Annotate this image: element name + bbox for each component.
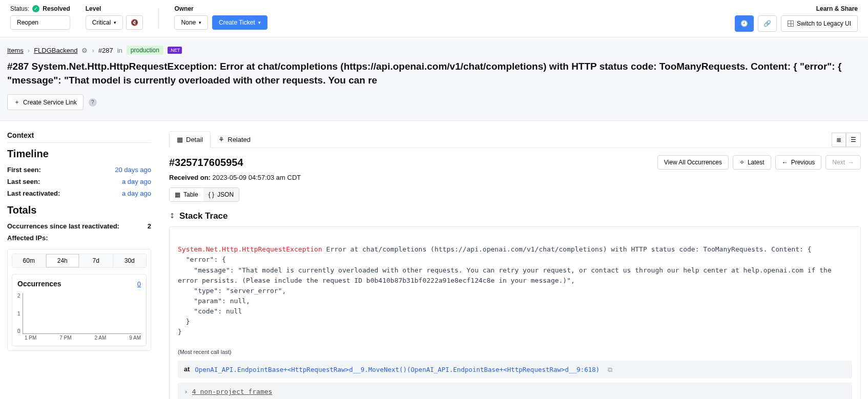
last-seen-value[interactable]: a day ago bbox=[122, 178, 151, 185]
hidden-frames-row[interactable]: › 4 non-project frames bbox=[178, 383, 852, 399]
latest-label: Latest bbox=[748, 159, 764, 166]
create-service-link-button[interactable]: ＋ Create Service Link bbox=[7, 94, 84, 110]
tabs-underline bbox=[169, 148, 861, 148]
detail-icon: ▦ bbox=[177, 136, 183, 143]
y-tick: 0 bbox=[17, 328, 20, 334]
context-header: Context bbox=[7, 131, 151, 143]
level-section: Level Critical ▾ 🔇 bbox=[86, 5, 143, 30]
chart-count-link[interactable]: 0 bbox=[137, 280, 141, 288]
y-axis: 2 1 0 bbox=[17, 293, 23, 334]
range-7d[interactable]: 7d bbox=[79, 254, 113, 267]
affected-ips-label: Affected IPs: bbox=[7, 234, 48, 242]
x-axis: 1 PM 7 PM 2 AM 9 AM bbox=[17, 334, 141, 341]
stack-frame: at OpenAI_API.EndpointBase+<HttpRequestR… bbox=[178, 361, 852, 379]
copy-link-button[interactable]: 🔗 bbox=[758, 15, 777, 32]
clock-button[interactable]: 🕘 bbox=[735, 15, 754, 32]
frame-location[interactable]: OpenAI_API.EndpointBase+<HttpRequestRaw>… bbox=[195, 365, 600, 374]
arrow-left-icon: ← bbox=[782, 159, 788, 166]
owner-label: Owner bbox=[174, 5, 267, 12]
stack-trace-title: Stack Trace bbox=[179, 211, 228, 221]
exception-message: Error at chat/completions (https://api.o… bbox=[178, 245, 836, 335]
view-list-button[interactable]: ≣ bbox=[832, 133, 846, 147]
create-ticket-button[interactable]: Create Ticket ▾ bbox=[212, 15, 267, 30]
owner-dropdown[interactable]: None ▾ bbox=[174, 15, 208, 30]
net-badge: .NET bbox=[168, 47, 182, 54]
occ-react-value: 2 bbox=[148, 222, 151, 230]
last-react-label: Last reactivated: bbox=[7, 190, 60, 197]
totals-header: Totals bbox=[7, 204, 151, 216]
x-tick: 1 PM bbox=[25, 335, 36, 341]
next-button[interactable]: Next → bbox=[825, 155, 861, 170]
format-table-label: Table bbox=[183, 191, 198, 198]
service-link-label: Create Service Link bbox=[23, 99, 77, 106]
tab-related-label: Related bbox=[228, 136, 251, 143]
occurrences-card: 60m 24h 7d 30d Occurrences 0 2 1 0 bbox=[7, 249, 151, 351]
compact-icon: ☰ bbox=[851, 136, 856, 143]
switch-legacy-label: Switch to Legacy UI bbox=[797, 20, 851, 27]
status-section: Status: ✓ Resolved Reopen bbox=[10, 5, 70, 30]
help-icon[interactable]: ? bbox=[89, 98, 97, 107]
range-segmented: 60m 24h 7d 30d bbox=[12, 254, 147, 268]
gear-icon[interactable]: ⚙ bbox=[81, 47, 88, 54]
hidden-frames-link[interactable]: 4 non-project frames bbox=[192, 387, 273, 397]
chart-title: Occurrences bbox=[17, 280, 61, 288]
x-tick: 2 AM bbox=[95, 335, 107, 341]
latest-button[interactable]: ✧ Latest bbox=[733, 155, 771, 170]
learn-share-label: Learn & Share bbox=[816, 5, 858, 12]
format-table-button[interactable]: ▦ Table bbox=[170, 188, 203, 201]
next-label: Next bbox=[832, 159, 845, 166]
first-seen-value[interactable]: 20 days ago bbox=[115, 166, 151, 174]
range-24h[interactable]: 24h bbox=[46, 254, 80, 267]
chevron-down-icon: ▾ bbox=[114, 20, 116, 25]
tab-related[interactable]: ⚘ Related bbox=[211, 131, 258, 148]
chevron-right-icon: › bbox=[28, 47, 30, 54]
format-json-button[interactable]: { } JSON bbox=[203, 188, 239, 201]
related-icon: ⚘ bbox=[218, 136, 224, 143]
tabs: ▦ Detail ⚘ Related ≣ ☰ bbox=[169, 131, 861, 148]
chevron-down-icon: ▾ bbox=[199, 20, 201, 25]
y-tick: 1 bbox=[17, 311, 20, 317]
format-json-label: JSON bbox=[217, 191, 234, 198]
switch-legacy-button[interactable]: Switch to Legacy UI bbox=[781, 15, 858, 32]
view-all-occurrences-button[interactable]: View All Occurrences bbox=[657, 155, 729, 170]
divider bbox=[158, 8, 159, 29]
level-label: Level bbox=[86, 5, 143, 12]
level-value: Critical bbox=[92, 19, 111, 26]
timeline-header: Timeline bbox=[7, 148, 151, 160]
last-react-value[interactable]: a day ago bbox=[122, 190, 151, 197]
occurrence-row: #325717605954 View All Occurrences ✧ Lat… bbox=[169, 155, 861, 170]
previous-label: Previous bbox=[791, 159, 815, 166]
resolved-check-icon: ✓ bbox=[32, 5, 39, 12]
layout-icon bbox=[788, 20, 794, 27]
chart-inner: Occurrences 0 2 1 0 1 PM 7 PM 2 AM 9 AM bbox=[12, 274, 147, 346]
range-60m[interactable]: 60m bbox=[12, 254, 46, 267]
reopen-button[interactable]: Reopen bbox=[10, 15, 70, 30]
chevron-right-icon: › bbox=[184, 387, 188, 397]
mute-button[interactable]: 🔇 bbox=[126, 15, 143, 30]
last-seen-label: Last seen: bbox=[7, 178, 40, 185]
env-badge[interactable]: production bbox=[127, 46, 163, 55]
breadcrumb-items[interactable]: Items bbox=[7, 47, 24, 54]
header-area: Items › FLDGBackend ⚙ › #287 in producti… bbox=[0, 37, 868, 121]
previous-button[interactable]: ← Previous bbox=[775, 155, 822, 170]
view-switcher: ≣ ☰ bbox=[832, 133, 861, 147]
owner-section: Owner None ▾ Create Ticket ▾ bbox=[174, 5, 267, 30]
stack-trace-box: System.Net.Http.HttpRequestException Err… bbox=[169, 226, 861, 399]
chevron-down-icon: ▾ bbox=[258, 20, 261, 25]
x-tick: 7 PM bbox=[59, 335, 71, 341]
frame-at: at bbox=[184, 365, 190, 374]
chart-area: 2 1 0 bbox=[17, 293, 141, 334]
tab-detail[interactable]: ▦ Detail bbox=[169, 131, 211, 148]
range-30d[interactable]: 30d bbox=[113, 254, 147, 267]
breadcrumb-project[interactable]: FLDGBackend bbox=[34, 47, 77, 54]
status-value: Resolved bbox=[43, 5, 70, 12]
view-compact-button[interactable]: ☰ bbox=[846, 133, 861, 147]
level-dropdown[interactable]: Critical ▾ bbox=[86, 15, 123, 30]
context-column: Context Timeline First seen:20 days ago … bbox=[0, 121, 159, 399]
breadcrumb-issue: #287 bbox=[98, 47, 113, 54]
detail-column: ▦ Detail ⚘ Related ≣ ☰ #325717605954 Vie… bbox=[159, 121, 868, 399]
copy-icon[interactable]: ⧉ bbox=[608, 365, 612, 374]
clock-icon: 🕘 bbox=[740, 20, 748, 27]
expand-icon[interactable] bbox=[169, 213, 175, 220]
tab-detail-label: Detail bbox=[186, 136, 203, 143]
